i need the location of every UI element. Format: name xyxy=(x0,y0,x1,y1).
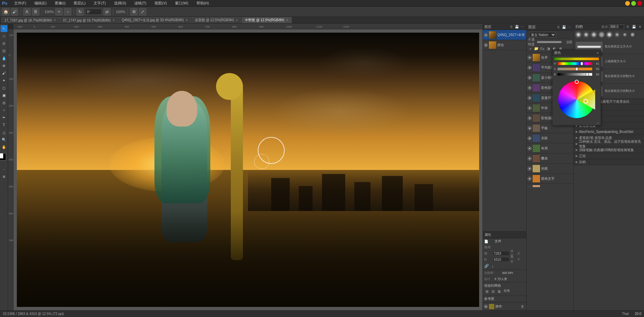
link-icon[interactable]: 🔗 xyxy=(484,263,489,269)
bri-slider-track[interactable] xyxy=(558,73,592,76)
vis-描边1[interactable] xyxy=(528,116,532,120)
menu-file[interactable]: 文件(F) xyxy=(13,1,28,6)
orient-icon[interactable]: ↕ xyxy=(490,263,495,269)
vis-关联[interactable] xyxy=(528,136,532,140)
preset-2[interactable] xyxy=(583,31,589,38)
menu-window[interactable]: 窗口(W) xyxy=(174,1,190,6)
panel-icon-3[interactable]: ✕ xyxy=(638,25,642,29)
menu-text[interactable]: 文字(T) xyxy=(92,1,107,6)
hand-tool[interactable]: ✋ xyxy=(1,144,7,150)
tab-2-close[interactable]: ✕ xyxy=(185,19,188,22)
tab-4-close[interactable]: ✕ xyxy=(286,19,289,22)
preset-8[interactable] xyxy=(629,31,636,38)
vis-平板[interactable] xyxy=(528,126,532,130)
color-wheel-svg[interactable] xyxy=(557,79,597,120)
preset-1[interactable] xyxy=(575,31,582,38)
width-input[interactable] xyxy=(493,251,509,256)
tab-0[interactable]: 17_7167.jpg @ 16.7%(RGB/8#) ✕ xyxy=(1,17,59,23)
new-layer-icon[interactable]: + xyxy=(528,46,533,51)
vis-年份[interactable] xyxy=(528,106,532,110)
merge-vis[interactable] xyxy=(484,305,488,309)
close-button[interactable] xyxy=(637,1,642,6)
middle-icon-1[interactable]: ⎘ xyxy=(556,25,561,30)
layer-row-0[interactable]: Q4NQ_2927+本景.jpg xyxy=(483,30,526,40)
save-icon[interactable]: 💾 xyxy=(514,25,519,29)
vis-彩笔1[interactable] xyxy=(528,66,532,70)
tab-1-close[interactable]: ✕ xyxy=(112,19,115,22)
hue-slider-thumb[interactable] xyxy=(580,62,583,65)
tool-a[interactable]: A xyxy=(23,8,31,15)
settings-btn[interactable]: ⚙ xyxy=(130,8,138,15)
brush-tool-left[interactable]: 🖌 xyxy=(1,70,7,76)
clone-tool[interactable]: ✦ xyxy=(1,77,7,84)
menu-help[interactable]: 帮助(H) xyxy=(195,1,210,6)
vis-光线[interactable] xyxy=(528,167,532,171)
tab-3-close[interactable]: ✕ xyxy=(236,19,238,22)
middle-icon-3[interactable]: ⋯ xyxy=(567,25,572,30)
text-tool[interactable]: T xyxy=(1,121,7,128)
vis-彩笔2[interactable] xyxy=(528,76,532,80)
vis-肉色[interactable] xyxy=(528,187,532,187)
spot-heal-tool[interactable]: ⊛ xyxy=(1,62,7,69)
lasso-tool[interactable]: ⊙ xyxy=(1,40,7,47)
opacity-track[interactable] xyxy=(537,41,562,43)
zoom-tool[interactable]: 🔍 xyxy=(1,136,7,143)
middle-icon-2[interactable]: 💾 xyxy=(562,25,566,30)
maximize-button[interactable] xyxy=(631,1,636,6)
vis-彩色[interactable] xyxy=(528,86,532,90)
preset-7[interactable] xyxy=(621,31,628,38)
tool-b[interactable]: B xyxy=(32,8,39,15)
extra-tools2[interactable]: ⊞ xyxy=(1,173,7,180)
shape-tool[interactable]: △ xyxy=(1,129,7,136)
bri-slider-thumb[interactable] xyxy=(586,73,588,76)
sat-slider-track[interactable] xyxy=(558,68,592,70)
vis-布局[interactable] xyxy=(528,146,532,150)
cat-消除[interactable]: ▶ 21种效法 玄法、质品、品于彩笔绘画笔毛笔集 xyxy=(574,141,644,147)
cat-乙托[interactable]: ▶ 乙托 xyxy=(574,153,644,159)
vis-合并[interactable] xyxy=(528,56,532,60)
menu-filter[interactable]: 滤镜(T) xyxy=(133,1,148,6)
layer-vis-1[interactable] xyxy=(484,43,488,47)
sat-slider-thumb[interactable] xyxy=(575,67,578,71)
expand-icon[interactable]: ⤢ xyxy=(597,121,599,125)
layer-vis-0[interactable] xyxy=(484,33,488,37)
preset-5[interactable] xyxy=(606,31,613,38)
grid-icon-1[interactable]: ⊞ xyxy=(484,289,490,294)
tab-3[interactable]: 设置图 @ 12.5%(RGB/8#) ✕ xyxy=(192,17,241,23)
mask-icon[interactable]: ◑ xyxy=(546,46,551,51)
eraser-tool[interactable]: ◻ xyxy=(1,84,7,91)
layer-关联[interactable]: 关联 xyxy=(527,133,573,143)
grid-icon-2[interactable]: ⊟ xyxy=(490,289,496,294)
expand-btn[interactable]: ⤢ xyxy=(139,8,146,15)
merge-delete[interactable]: 🗑 xyxy=(520,304,525,309)
color-panel-titlebar[interactable]: 颜色 ✕ xyxy=(552,50,601,56)
preset-6[interactable] xyxy=(614,31,620,38)
brush-scroll[interactable]: ▶ 笔尖压力为什么画笔尺寸改变会比 ▶ 了个人彩笔集 ▶ 速小彩笔集 ▶ 长笔劲… xyxy=(574,99,644,310)
layer-布局[interactable]: 布局 xyxy=(527,143,573,153)
brush-tool[interactable]: 🖌 xyxy=(11,8,18,15)
grid-icon-3[interactable]: ⊠ xyxy=(496,289,502,294)
menu-select[interactable]: 选择(S) xyxy=(113,1,128,6)
extra-tools[interactable]: ··· xyxy=(1,166,7,173)
cat-归档[interactable]: ▶ 归档 xyxy=(574,159,644,165)
crop-tool[interactable]: ⊡ xyxy=(1,47,7,54)
layer-底色[interactable]: 底色文字 xyxy=(527,174,573,184)
group-icon[interactable]: 📁 xyxy=(534,46,539,51)
hue-slider-track[interactable] xyxy=(558,62,592,65)
vis-底色[interactable] xyxy=(528,177,532,181)
apply-label[interactable]: 应用 xyxy=(504,289,510,294)
background-color[interactable] xyxy=(0,153,3,158)
gradient-tool[interactable]: ▣ xyxy=(1,92,7,99)
canvas-image[interactable] xyxy=(17,33,479,307)
rotation-input[interactable] xyxy=(85,9,102,15)
vis-叠加[interactable] xyxy=(528,156,532,161)
select-tool[interactable]: □ xyxy=(1,33,7,39)
layer-光线[interactable]: 光线 xyxy=(527,164,573,174)
home-button[interactable]: 🏠 xyxy=(2,8,9,15)
layer-肉色[interactable]: 肉色 xyxy=(527,184,573,187)
rotation-reset[interactable]: ↻ xyxy=(76,8,84,15)
minimize-button[interactable] xyxy=(625,1,630,6)
zoom-in[interactable]: + xyxy=(55,8,63,15)
canvas-area[interactable]: -100 0 100 200 300 400 500 600 700 800 9… xyxy=(8,24,482,310)
copy-icon[interactable]: ⎘ xyxy=(509,25,514,29)
